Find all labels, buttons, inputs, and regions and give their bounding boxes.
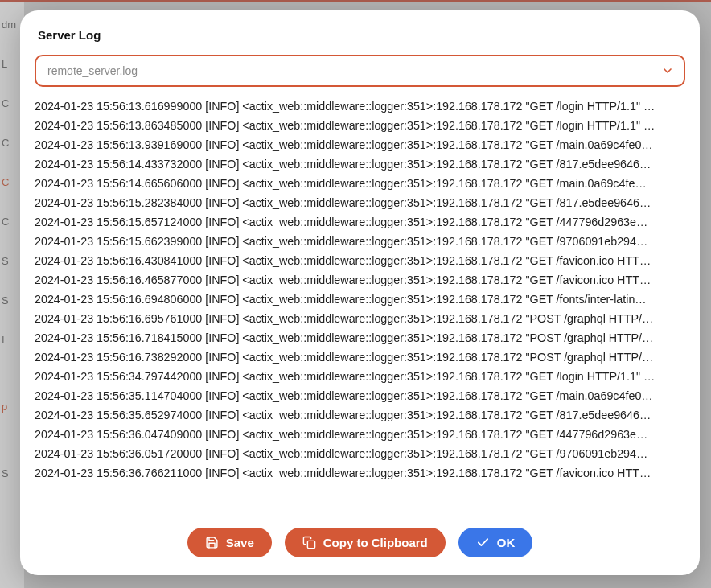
log-line: 2024-01-23 15:56:16.430841000 [INFO] <ac… — [35, 251, 688, 270]
log-line: 2024-01-23 15:56:34.797442000 [INFO] <ac… — [35, 367, 688, 386]
log-line: 2024-01-23 15:56:14.665606000 [INFO] <ac… — [35, 174, 688, 193]
log-output[interactable]: 2024-01-23 15:56:13.616999000 [INFO] <ac… — [35, 97, 697, 512]
log-line: 2024-01-23 15:56:13.939169000 [INFO] <ac… — [35, 135, 688, 154]
log-line: 2024-01-23 15:56:36.766211000 [INFO] <ac… — [35, 463, 688, 483]
log-line: 2024-01-23 15:56:36.051720000 [INFO] <ac… — [35, 444, 688, 463]
svg-rect-0 — [307, 541, 314, 548]
log-line: 2024-01-23 15:56:35.652974000 [INFO] <ac… — [35, 405, 688, 425]
clipboard-copy-icon — [302, 536, 316, 549]
check-icon — [476, 536, 490, 549]
modal-title: Server Log — [38, 28, 682, 42]
save-icon — [205, 536, 219, 549]
copy-to-clipboard-button[interactable]: Copy to Clipboard — [285, 528, 446, 557]
copy-button-label: Copy to Clipboard — [323, 536, 428, 549]
save-button-label: Save — [226, 536, 254, 549]
log-file-select-value: remote_server.log — [47, 64, 138, 77]
log-line: 2024-01-23 15:56:13.616999000 [INFO] <ac… — [35, 97, 688, 116]
log-file-select-wrap: remote_server.log — [35, 55, 685, 87]
log-line: 2024-01-23 15:56:35.114704000 [INFO] <ac… — [35, 386, 688, 405]
log-line: 2024-01-23 15:56:36.047409000 [INFO] <ac… — [35, 425, 688, 444]
ok-button-label: OK — [497, 536, 516, 549]
modal-footer: Save Copy to Clipboard OK — [20, 512, 700, 557]
log-line: 2024-01-23 15:56:16.694806000 [INFO] <ac… — [35, 290, 688, 309]
modal-header: Server Log — [20, 28, 700, 55]
log-line: 2024-01-23 15:56:16.465877000 [INFO] <ac… — [35, 270, 688, 290]
log-line: 2024-01-23 15:56:15.662399000 [INFO] <ac… — [35, 232, 688, 251]
server-log-modal: Server Log remote_server.log 2024-01-23 … — [20, 10, 700, 575]
save-button[interactable]: Save — [187, 528, 272, 557]
log-line: 2024-01-23 15:56:16.695761000 [INFO] <ac… — [35, 309, 688, 328]
log-line: 2024-01-23 15:56:13.863485000 [INFO] <ac… — [35, 116, 688, 135]
log-file-select[interactable]: remote_server.log — [35, 55, 685, 87]
log-line: 2024-01-23 15:56:16.718415000 [INFO] <ac… — [35, 328, 688, 347]
log-line: 2024-01-23 15:56:15.657124000 [INFO] <ac… — [35, 212, 688, 232]
log-line: 2024-01-23 15:56:14.433732000 [INFO] <ac… — [35, 154, 688, 174]
log-line: 2024-01-23 15:56:16.738292000 [INFO] <ac… — [35, 347, 688, 367]
ok-button[interactable]: OK — [458, 528, 533, 557]
log-line: 2024-01-23 15:56:15.282384000 [INFO] <ac… — [35, 193, 688, 212]
